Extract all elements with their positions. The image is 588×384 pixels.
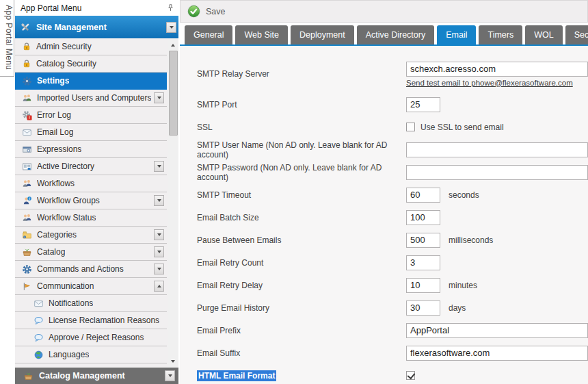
people-icon — [22, 179, 32, 189]
sidebar-item-notifications[interactable]: Notifications — [15, 295, 167, 312]
pause-between-emails-input[interactable] — [406, 233, 440, 248]
sidebar-item-workflows[interactable]: Workflows — [15, 175, 167, 192]
sidebar-item-settings[interactable]: Settings — [15, 73, 167, 90]
sidebar-section-site-management[interactable]: Site Management — [15, 16, 178, 38]
sidebar-item-active-directory[interactable]: Active Directory — [15, 158, 167, 175]
smtp-timeout-input[interactable] — [406, 188, 440, 203]
tab-security[interactable]: Security — [565, 25, 588, 44]
sidebar-scrollbar[interactable] — [168, 38, 178, 368]
smtp-port-input[interactable] — [406, 97, 440, 112]
tab-web-site[interactable]: Web Site — [235, 25, 288, 44]
field-label-smtp-password: SMTP Password (Non AD only. Leave blank … — [197, 163, 406, 182]
sidebar-item-license-reclamation-reasons[interactable]: License Reclamation Reasons — [15, 312, 167, 329]
field-label-smtp-relay-server: SMTP Relay Server — [197, 69, 406, 79]
field-label-pause-between-emails: Pause Between Emails — [197, 235, 406, 245]
smtp-relay-server-input[interactable] — [406, 62, 588, 77]
collapse-arrow-button[interactable] — [154, 281, 164, 292]
svg-text:!: ! — [29, 115, 30, 120]
toolbar: Save — [180, 0, 588, 23]
save-button[interactable]: Save — [187, 4, 226, 18]
form-row-smtp-relay-server: SMTP Relay ServerSend test email to phow… — [180, 55, 588, 93]
tab-wol[interactable]: WOL — [525, 25, 562, 44]
tab-email[interactable]: Email — [437, 25, 476, 44]
field-control-ssl: Use SSL to send email — [406, 123, 588, 132]
collapse-arrow-button[interactable] — [166, 22, 176, 33]
gear-icon — [22, 76, 32, 86]
field-control-pause-between-emails: milliseconds — [406, 233, 588, 248]
sidebar-item-admin-security[interactable]: Admin Security — [15, 38, 167, 55]
sidebar-item-catalog-security[interactable]: Catalog Security — [15, 55, 167, 73]
email-suffix-input[interactable] — [406, 346, 588, 361]
expand-arrow-button[interactable] — [154, 92, 164, 103]
field-control-email-prefix — [406, 323, 588, 338]
sidebar-section-catalog-management[interactable]: Catalog Management — [15, 368, 178, 384]
send-test-email-link[interactable]: Send test email to phowe@flexerasoftware… — [406, 79, 573, 87]
smtp-password-input[interactable] — [406, 165, 588, 180]
sidebar-item-languages[interactable]: Languages — [15, 346, 167, 363]
tab-deployment[interactable]: Deployment — [291, 25, 354, 44]
html-email-format-checkbox[interactable] — [406, 371, 415, 380]
field-label-html-email-format: HTML Email Format — [197, 371, 406, 381]
app-portal-menu-vertical-tab[interactable]: App Portal Menu — [0, 0, 14, 77]
speech-bubble-icon — [34, 316, 44, 326]
sidebar-item-imported-users-and-computers[interactable]: Imported Users and Computers — [15, 90, 167, 107]
sidebar-item-catalog[interactable]: Catalog — [15, 244, 167, 261]
section-label: Site Management — [36, 23, 107, 32]
sidebar-item-email-log[interactable]: Email Log — [15, 124, 167, 141]
expand-arrow-button[interactable] — [154, 161, 164, 172]
field-control-email-batch-size — [406, 210, 588, 225]
purge-email-history-input[interactable] — [406, 300, 440, 316]
sidebar-item-commands-and-actions[interactable]: Commands and Actions — [15, 261, 167, 278]
box-sprout-icon — [22, 247, 32, 257]
sidebar-item-categories[interactable]: Categories — [15, 227, 167, 244]
email-retry-count-input[interactable] — [406, 255, 440, 270]
tab-general[interactable]: General — [185, 25, 232, 44]
email-prefix-input[interactable] — [406, 323, 588, 338]
email-retry-delay-input[interactable] — [406, 278, 440, 293]
sidebar-item-approve-reject-reasons[interactable]: Approve / Reject Reasons — [15, 329, 167, 346]
window-icon — [22, 144, 32, 155]
globe-icon — [34, 350, 44, 360]
scroll-down-arrow[interactable] — [168, 356, 178, 366]
expand-arrow-button[interactable] — [165, 370, 175, 381]
smtp-user-name-input[interactable] — [406, 142, 588, 157]
sidebar-item-label: Expressions — [37, 144, 81, 154]
field-label-email-retry-delay: Email Retry Delay — [197, 281, 406, 290]
tab-active-directory[interactable]: Active Directory — [357, 25, 435, 44]
tab-timers[interactable]: Timers — [479, 25, 522, 44]
highlighted-label: HTML Email Format — [197, 370, 276, 381]
sidebar-item-label: Settings — [37, 76, 69, 86]
pause-between-emails-unit-label: milliseconds — [449, 235, 493, 245]
form-row-email-batch-size: Email Batch Size — [180, 206, 588, 229]
field-control-html-email-format — [406, 371, 588, 380]
settings-tabs: GeneralWeb SiteDeploymentActive Director… — [180, 25, 588, 46]
email-batch-size-input[interactable] — [406, 210, 440, 225]
field-label-ssl: SSL — [197, 123, 406, 132]
field-control-smtp-user-name — [406, 142, 588, 157]
expand-arrow-button[interactable] — [154, 264, 164, 274]
sidebar-item-communication[interactable]: Communication — [15, 278, 167, 295]
field-label-smtp-user-name: SMTP User Name (Non AD only. Leave blank… — [197, 140, 406, 159]
sidebar-item-label: Error Log — [37, 110, 71, 120]
ssl-checkbox[interactable] — [406, 123, 415, 131]
smtp-timeout-unit-label: seconds — [449, 190, 479, 200]
sidebar-item-error-log[interactable]: !Error Log — [15, 107, 167, 124]
sidebar-item-workflow-groups[interactable]: iWorkflow Groups — [15, 192, 167, 209]
sidebar-items: Admin SecurityCatalog SecuritySettingsIm… — [15, 38, 167, 368]
sidebar-item-label: Imported Users and Computers — [37, 93, 151, 103]
form-row-email-retry-delay: Email Retry Delayminutes — [180, 274, 588, 296]
expand-arrow-button[interactable] — [154, 246, 164, 257]
person-info-icon: i — [22, 196, 32, 206]
sidebar-item-workflow-status[interactable]: Workflow Status — [15, 209, 167, 227]
scrollbar-thumb[interactable] — [169, 51, 178, 136]
field-control-email-retry-count — [406, 255, 588, 270]
field-control-email-retry-delay: minutes — [406, 278, 588, 293]
expand-arrow-button[interactable] — [154, 195, 164, 206]
field-control-smtp-timeout: seconds — [406, 188, 588, 203]
field-label-email-retry-count: Email Retry Count — [197, 258, 406, 268]
expand-arrow-button[interactable] — [154, 229, 164, 240]
sidebar-item-expressions[interactable]: Expressions — [15, 141, 167, 158]
pin-icon[interactable] — [166, 3, 175, 12]
field-control-smtp-port — [406, 97, 588, 112]
scroll-up-arrow[interactable] — [168, 40, 178, 50]
